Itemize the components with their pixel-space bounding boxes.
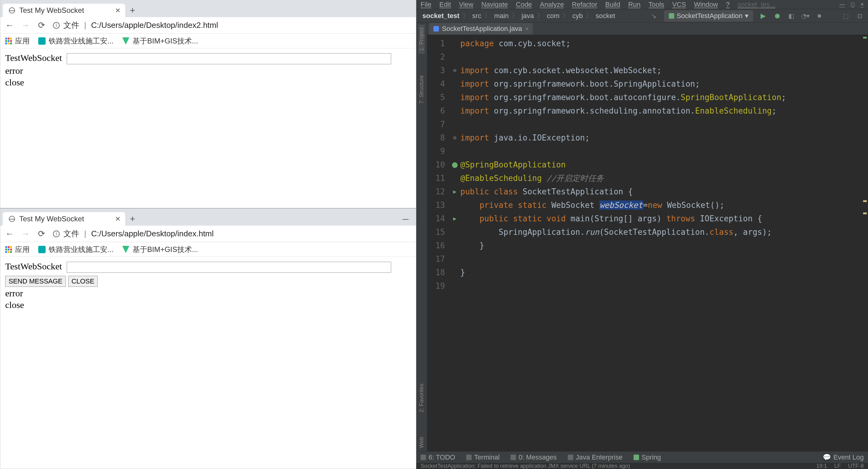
spring-tool[interactable]: Spring bbox=[633, 454, 661, 461]
run-button[interactable]: ▶ bbox=[759, 12, 767, 20]
menu-refactor[interactable]: Refactor bbox=[572, 1, 597, 8]
balloon-icon: 💬 bbox=[823, 454, 831, 461]
bookmark-item[interactable]: 铁路营业线施工安... bbox=[38, 245, 114, 254]
editor-tab[interactable]: SocketTestApplication.java × bbox=[429, 23, 533, 35]
crumb[interactable]: com bbox=[545, 11, 561, 21]
bookmark-item[interactable]: 基于BIM+GIS技术... bbox=[122, 36, 198, 46]
bookmark-label: 基于BIM+GIS技术... bbox=[132, 245, 198, 254]
page-heading: TestWebSocket bbox=[5, 261, 62, 272]
web-tool[interactable]: Web bbox=[418, 434, 425, 451]
crumb[interactable]: socket_test bbox=[421, 11, 461, 21]
globe-icon bbox=[9, 216, 15, 222]
bookmark-icon bbox=[122, 246, 129, 253]
bookmark-icon bbox=[38, 246, 45, 253]
coverage-button[interactable]: ◧ bbox=[787, 12, 795, 20]
info-icon[interactable]: i bbox=[53, 230, 60, 237]
event-log-button[interactable]: 💬Event Log bbox=[823, 454, 864, 461]
vcs-button[interactable]: ⬚ bbox=[842, 12, 850, 20]
crumb[interactable]: java bbox=[520, 11, 536, 21]
output-line: close bbox=[5, 77, 411, 88]
bookmark-icon bbox=[122, 37, 129, 45]
crumb[interactable]: main bbox=[492, 11, 510, 21]
menu-run[interactable]: Run bbox=[628, 1, 640, 8]
new-tab-button[interactable]: + bbox=[125, 212, 140, 226]
menu-help[interactable]: ? bbox=[726, 1, 730, 8]
url-text: C:/Users/apple/Desktop/index2.html bbox=[91, 21, 218, 30]
crumb[interactable]: cyb bbox=[570, 11, 585, 21]
menu-edit[interactable]: Edit bbox=[439, 1, 451, 8]
url-input[interactable]: i 文件 | C:/Users/apple/Desktop/index.html bbox=[53, 228, 411, 239]
info-icon[interactable]: i bbox=[53, 22, 60, 29]
send-message-button[interactable]: SEND MESSAGE bbox=[5, 276, 66, 287]
reload-button[interactable]: ⟳ bbox=[37, 21, 45, 30]
crumb[interactable]: src bbox=[470, 11, 483, 21]
stop-button[interactable]: ■ bbox=[815, 12, 823, 20]
output-line: error bbox=[5, 65, 411, 76]
forward-button[interactable]: → bbox=[21, 21, 30, 30]
menu-file[interactable]: File bbox=[421, 1, 431, 8]
url-input[interactable]: i 文件 | C:/Users/apple/Desktop/index2.htm… bbox=[53, 20, 411, 31]
error-stripe[interactable] bbox=[861, 35, 868, 451]
close-button[interactable]: × bbox=[860, 1, 864, 8]
url-prefix: 文件 bbox=[63, 228, 79, 239]
menu-tools[interactable]: Tools bbox=[649, 1, 664, 8]
title-text: socket_tes... bbox=[738, 1, 776, 8]
browser-tab[interactable]: Test My WebSocket × bbox=[3, 4, 125, 17]
bookmark-item[interactable]: 铁路营业线施工安... bbox=[38, 36, 114, 46]
project-tool[interactable]: 1: Project bbox=[418, 25, 425, 54]
close-icon[interactable]: × bbox=[115, 214, 120, 224]
menu-build[interactable]: Build bbox=[606, 1, 620, 8]
profile-button[interactable]: ◔▾ bbox=[801, 12, 809, 20]
websocket-input[interactable] bbox=[67, 262, 391, 273]
close-icon[interactable]: × bbox=[525, 25, 529, 32]
line-numbers: 12345678910111213141516171819 bbox=[427, 35, 449, 451]
menu-code[interactable]: Code bbox=[516, 1, 532, 8]
apps-button[interactable]: 应用 bbox=[5, 245, 30, 254]
forward-button[interactable]: → bbox=[21, 229, 30, 238]
menu-navigate[interactable]: Navigate bbox=[482, 1, 508, 8]
output-line: error bbox=[5, 288, 411, 299]
close-icon[interactable]: × bbox=[115, 5, 120, 15]
new-tab-button[interactable]: + bbox=[125, 4, 140, 17]
menu-analyze[interactable]: Analyze bbox=[540, 1, 564, 8]
menu-vcs[interactable]: VCS bbox=[672, 1, 686, 8]
websocket-input[interactable] bbox=[67, 53, 391, 64]
favorites-tool[interactable]: 2: Favorites bbox=[418, 380, 425, 415]
back-button[interactable]: ← bbox=[5, 21, 14, 30]
apps-button[interactable]: 应用 bbox=[5, 36, 30, 46]
menu-window[interactable]: Window bbox=[694, 1, 718, 8]
window-controls: — □ × bbox=[840, 1, 864, 8]
status-position: 19:1 bbox=[816, 463, 827, 469]
ide-menu-bar: File Edit View Navigate Code Analyze Ref… bbox=[416, 0, 868, 9]
search-button[interactable]: ⊡ bbox=[856, 12, 864, 20]
build-button[interactable]: ↘ bbox=[650, 12, 658, 20]
back-button[interactable]: ← bbox=[5, 229, 14, 238]
debug-button[interactable]: ⬢ bbox=[773, 12, 781, 20]
crumb[interactable]: socket bbox=[594, 11, 617, 21]
structure-tool[interactable]: 7: Structure bbox=[418, 72, 425, 107]
close-button[interactable]: CLOSE bbox=[68, 276, 98, 287]
bookmark-label: 铁路营业线施工安... bbox=[49, 36, 114, 46]
bookmark-bar: 应用 铁路营业线施工安... 基于BIM+GIS技术... bbox=[0, 34, 416, 49]
bookmark-item[interactable]: 基于BIM+GIS技术... bbox=[122, 245, 198, 254]
maximize-button[interactable]: □ bbox=[851, 1, 855, 8]
menu-view[interactable]: View bbox=[459, 1, 473, 8]
browser-tab[interactable]: Test My WebSocket × bbox=[3, 212, 125, 226]
bottom-tool-bar: 6: TODO Terminal 0: Messages Java Enterp… bbox=[416, 451, 868, 463]
run-config-selector[interactable]: SocketTestApplication ▾ bbox=[664, 10, 753, 22]
browser-window-1: Test My WebSocket × + ← → ⟳ i 文件 | C:/Us… bbox=[0, 0, 416, 208]
messages-tool[interactable]: 0: Messages bbox=[510, 454, 557, 461]
java-enterprise-tool[interactable]: Java Enterprise bbox=[568, 454, 623, 461]
minimize-button[interactable]: — bbox=[840, 1, 845, 8]
bookmark-icon bbox=[38, 37, 45, 45]
globe-icon bbox=[9, 7, 15, 13]
code-editor[interactable]: 12345678910111213141516171819 ⊖⊖⬤▶▶ pack… bbox=[427, 35, 868, 451]
apps-icon bbox=[5, 246, 12, 253]
code-lines[interactable]: package com.cyb.socket; import com.cyb.s… bbox=[460, 35, 861, 451]
ide-window: File Edit View Navigate Code Analyze Ref… bbox=[416, 0, 868, 469]
terminal-tool[interactable]: Terminal bbox=[466, 454, 499, 461]
todo-tool[interactable]: 6: TODO bbox=[421, 454, 455, 461]
reload-button[interactable]: ⟳ bbox=[37, 229, 45, 238]
page-content: TestWebSocket SEND MESSAGE CLOSE error c… bbox=[0, 257, 416, 314]
minimize-button[interactable]: — bbox=[402, 216, 409, 223]
